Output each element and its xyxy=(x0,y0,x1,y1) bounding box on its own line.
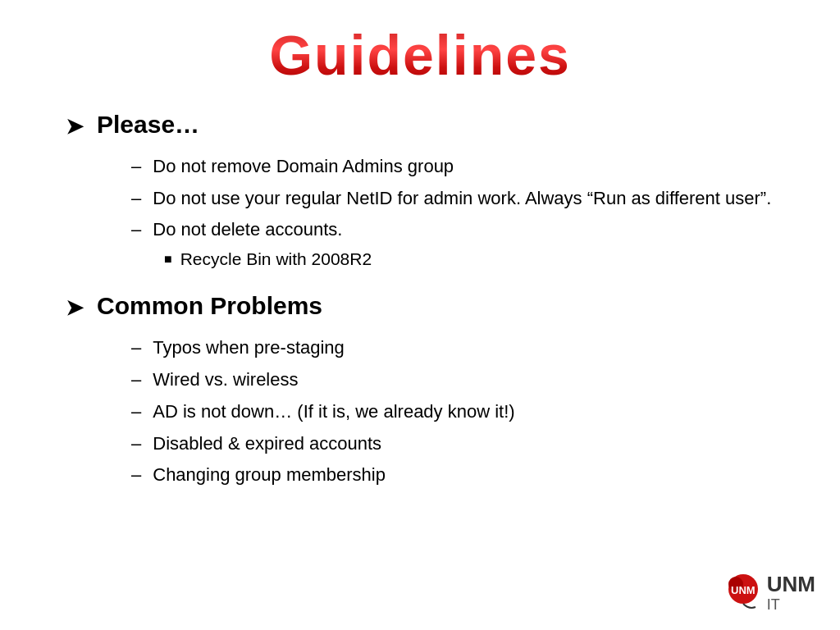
please-item-1-text: Do not remove Domain Admins group xyxy=(153,154,454,180)
dash-icon-1: – xyxy=(131,154,141,180)
please-item-3-wrapper: – Do not delete accounts. ■ Recycle Bin … xyxy=(131,217,791,269)
cp-item-2-text: Wired vs. wireless xyxy=(153,368,298,393)
section-please: ➤ Please… – Do not remove Domain Admins … xyxy=(66,111,791,269)
please-item-2: – Do not use your regular NetID for admi… xyxy=(131,186,791,212)
dash-icon-2: – xyxy=(131,186,141,212)
square-bullet-icon: ■ xyxy=(164,252,172,267)
recycle-bin-item: ■ Recycle Bin with 2008R2 xyxy=(164,249,791,269)
cp-item-5: – Changing group membership xyxy=(131,463,791,488)
section-common-problems: ➤ Common Problems – Typos when pre-stagi… xyxy=(66,292,791,488)
unm-logo-icon: UNM xyxy=(723,573,764,614)
please-item-2-text: Do not use your regular NetID for admin … xyxy=(153,186,771,212)
main-item-cp-label: Common Problems xyxy=(97,292,322,320)
logo-area: UNM UNM IT xyxy=(723,573,815,614)
cp-dash-2: – xyxy=(131,368,141,393)
cp-dash-4: – xyxy=(131,431,141,457)
slide-title: Guidelines xyxy=(49,25,791,86)
logo-sub-text: IT xyxy=(767,596,815,614)
please-item-1: – Do not remove Domain Admins group xyxy=(131,154,791,180)
main-item-please-label: Please… xyxy=(97,111,199,139)
cp-sub-list: – Typos when pre-staging – Wired vs. wir… xyxy=(131,336,791,488)
cp-item-3-text: AD is not down… (If it is, we already kn… xyxy=(153,399,514,425)
cp-item-5-text: Changing group membership xyxy=(153,463,386,488)
cp-item-1-text: Typos when pre-staging xyxy=(153,336,345,361)
arrow-icon-please: ➤ xyxy=(66,114,84,139)
please-item-3: – Do not delete accounts. xyxy=(131,217,791,243)
main-item-common-problems: ➤ Common Problems xyxy=(66,292,791,321)
cp-dash-3: – xyxy=(131,399,141,425)
cp-item-4-text: Disabled & expired accounts xyxy=(153,431,381,457)
cp-item-1: – Typos when pre-staging xyxy=(131,336,791,361)
please-sub-list: – Do not remove Domain Admins group – Do… xyxy=(131,154,791,269)
cp-dash-1: – xyxy=(131,336,141,361)
cp-dash-5: – xyxy=(131,463,141,488)
arrow-icon-cp: ➤ xyxy=(66,295,84,321)
logo-text-area: UNM IT xyxy=(767,573,815,614)
svg-text:UNM: UNM xyxy=(731,584,756,596)
main-item-please: ➤ Please… xyxy=(66,111,791,139)
content-area: ➤ Please… – Do not remove Domain Admins … xyxy=(49,111,791,488)
slide-container: Guidelines ➤ Please… – Do not remove Dom… xyxy=(0,0,840,630)
cp-item-4: – Disabled & expired accounts xyxy=(131,431,791,457)
cp-item-2: – Wired vs. wireless xyxy=(131,368,791,393)
please-item-3-text: Do not delete accounts. xyxy=(153,217,342,243)
cp-item-3: – AD is not down… (If it is, we already … xyxy=(131,399,791,425)
logo-main-text: UNM xyxy=(767,573,815,596)
dash-icon-3: – xyxy=(131,217,141,243)
please-sub-sub-list: ■ Recycle Bin with 2008R2 xyxy=(164,249,791,269)
recycle-bin-text: Recycle Bin with 2008R2 xyxy=(180,249,372,269)
